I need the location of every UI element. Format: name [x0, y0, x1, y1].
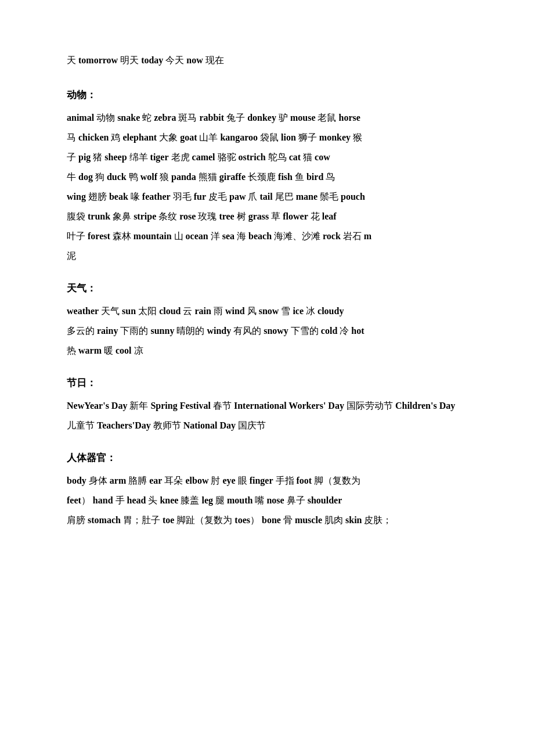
content-line: 泥 [67, 247, 534, 265]
content-line: 牛 dog 狗 duck 鸭 wolf 狼 panda 熊猫 giraffe 长… [67, 168, 534, 186]
content-line: wing 翅膀 beak 喙 feather 羽毛 fur 皮毛 paw 爪 t… [67, 188, 534, 206]
content-line: 马 chicken 鸡 elephant 大象 goat 山羊 kangaroo… [67, 128, 534, 147]
content-line: animal 动物 snake 蛇 zebra 斑马 rabbit 兔子 don… [67, 109, 534, 127]
content-line: 天 tomorrow 明天 today 今天 now 现在 [67, 51, 534, 70]
content-line: 肩膀 stomach 胃；肚子 toe 脚趾（复数为 toes） bone 骨 … [67, 511, 534, 530]
section-title: 动物： [67, 88, 534, 102]
content-line: 热 warm 暖 cool 凉 [67, 341, 534, 360]
content-line: 叶子 forest 森林 mountain 山 ocean 洋 sea 海 be… [67, 227, 534, 246]
content-line: 腹袋 trunk 象鼻 stripe 条纹 rose 玫瑰 tree 树 gra… [67, 207, 534, 226]
content-line: NewYear's Day 新年 Spring Festival 春节 Inte… [67, 397, 534, 415]
content-line: 多云的 rainy 下雨的 sunny 晴朗的 windy 有风的 snowy … [67, 322, 534, 340]
content-line: feet） hand 手 head 头 knee 膝盖 leg 腿 mouth … [67, 491, 534, 510]
content-line: weather 天气 sun 太阳 cloud 云 rain 雨 wind 风 … [67, 302, 534, 321]
content-line: 子 pig 猪 sheep 绵羊 tiger 老虎 camel 骆驼 ostri… [67, 148, 534, 167]
content-line: 儿童节 Teachers'Day 教师节 National Day 国庆节 [67, 416, 534, 435]
section-title: 人体器官： [67, 451, 534, 465]
content-line: body 身体 arm 胳膊 ear 耳朵 elbow 肘 eye 眼 fing… [67, 471, 534, 490]
section-title: 天气： [67, 282, 534, 295]
section-title: 节日： [67, 376, 534, 390]
